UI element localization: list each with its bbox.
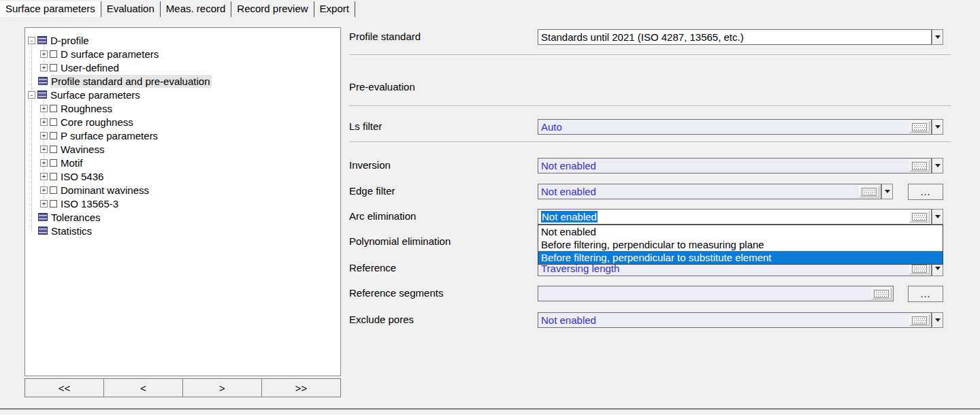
checkbox-unchecked-icon[interactable] <box>50 159 57 167</box>
module-icon <box>38 213 48 221</box>
tab-record-preview[interactable]: Record preview <box>231 1 314 17</box>
dropdown-arrow-button[interactable] <box>932 29 943 45</box>
tab-export[interactable]: Export <box>314 1 355 17</box>
parameter-tree: - D-profile + D surface parameters + Use… <box>24 27 341 376</box>
inversion-value[interactable]: Not enabled <box>538 158 932 173</box>
profile-standard-label: Profile standard <box>349 30 421 44</box>
chevron-down-icon <box>935 215 941 218</box>
edge-filter-combobox[interactable]: Not enabled <box>538 184 893 199</box>
ls-filter-value[interactable]: Auto <box>538 119 932 135</box>
expand-icon[interactable]: + <box>40 64 48 71</box>
chevron-down-icon <box>935 164 941 167</box>
keyboard-input-button[interactable] <box>909 314 930 326</box>
keyboard-icon <box>874 290 889 298</box>
dropdown-option-highlighted[interactable]: Before filtering, perpendicular to subst… <box>538 251 943 264</box>
ls-filter-value-text: Auto <box>541 121 562 133</box>
keyboard-icon <box>912 213 927 221</box>
tree-item-motif[interactable]: + Motif <box>25 156 340 169</box>
keyboard-input-button[interactable] <box>909 211 930 222</box>
expand-icon[interactable]: + <box>40 50 48 58</box>
checkbox-unchecked-icon[interactable] <box>50 118 57 126</box>
dropdown-arrow-button[interactable] <box>932 158 943 173</box>
expand-icon[interactable]: + <box>40 118 48 126</box>
tree-item-core-roughness[interactable]: + Core roughness <box>25 115 340 129</box>
tab-meas-record[interactable]: Meas. record <box>161 1 232 17</box>
dropdown-arrow-button[interactable] <box>932 209 943 225</box>
previous-page-button[interactable]: < <box>103 378 182 397</box>
dropdown-arrow-button[interactable] <box>881 184 893 199</box>
keyboard-input-button[interactable] <box>871 288 892 299</box>
tree-item-label: Waviness <box>60 143 106 156</box>
tab-evaluation[interactable]: Evaluation <box>101 1 161 17</box>
tree-item-p-surface-parameters[interactable]: + P surface parameters <box>25 129 340 142</box>
expand-icon[interactable]: + <box>40 132 48 139</box>
tree-pager: << < > >> <box>24 378 341 397</box>
expand-icon[interactable]: + <box>40 146 48 153</box>
separator <box>349 142 951 143</box>
checkbox-unchecked-icon[interactable] <box>50 200 57 208</box>
tab-surface-parameters[interactable]: Surface parameters <box>0 1 101 17</box>
exclude-pores-combobox[interactable]: Not enabled <box>538 312 943 328</box>
keyboard-input-button[interactable] <box>909 121 930 133</box>
ls-filter-combobox[interactable]: Auto <box>538 119 943 135</box>
tree-item-d-surface-parameters[interactable]: + D surface parameters <box>25 47 340 61</box>
tree-item-dominant-waviness[interactable]: + Dominant waviness <box>25 183 340 197</box>
expand-icon[interactable]: + <box>40 173 48 180</box>
tree-item-d-profile[interactable]: - D-profile <box>25 33 340 47</box>
tree-item-label: P surface parameters <box>60 129 160 142</box>
checkbox-unchecked-icon[interactable] <box>50 105 57 112</box>
chevron-down-icon <box>935 35 941 39</box>
edge-filter-value[interactable]: Not enabled <box>538 184 881 199</box>
profile-standard-value[interactable]: Standards until 2021 (ISO 4287, 13565, e… <box>538 29 932 45</box>
exclude-pores-value[interactable]: Not enabled <box>538 312 932 328</box>
keyboard-input-button[interactable] <box>909 160 930 171</box>
tree-item-label: Tolerances <box>50 211 103 224</box>
next-page-button[interactable]: > <box>182 378 261 397</box>
dropdown-arrow-button[interactable] <box>932 312 943 328</box>
exclude-pores-value-text: Not enabled <box>541 314 596 326</box>
reference-segments-field[interactable] <box>538 286 894 301</box>
arc-elimination-combobox[interactable]: Not enabled <box>538 209 943 225</box>
expand-icon[interactable]: + <box>40 186 48 194</box>
tree-item-roughness[interactable]: + Roughness <box>25 101 340 115</box>
expand-icon[interactable]: + <box>40 105 48 112</box>
checkbox-unchecked-icon[interactable] <box>50 64 57 71</box>
tree-item-label: D surface parameters <box>60 48 161 61</box>
checkbox-unchecked-icon[interactable] <box>50 173 57 180</box>
tree-item-user-defined[interactable]: + User-defined <box>25 61 340 74</box>
checkbox-unchecked-icon[interactable] <box>50 186 57 194</box>
edge-filter-more-button[interactable]: ... <box>908 184 943 200</box>
exclude-pores-label: Exclude pores <box>349 313 414 327</box>
keyboard-icon <box>912 123 927 131</box>
collapse-icon[interactable]: - <box>28 91 35 99</box>
checkbox-unchecked-icon[interactable] <box>50 50 57 58</box>
reference-segments-value[interactable] <box>538 286 894 301</box>
first-page-button[interactable]: << <box>24 378 103 397</box>
keyboard-input-button[interactable] <box>859 186 879 197</box>
tree-item-surface-parameters[interactable]: - Surface parameters <box>25 88 340 101</box>
tree-item-statistics[interactable]: Statistics <box>25 224 340 237</box>
tree-item-iso-13565-3[interactable]: + ISO 13565-3 <box>25 197 340 210</box>
checkbox-unchecked-icon[interactable] <box>50 146 57 153</box>
inversion-combobox[interactable]: Not enabled <box>538 158 943 173</box>
module-icon <box>38 77 48 85</box>
expand-icon[interactable]: + <box>40 200 48 208</box>
arc-elimination-value[interactable]: Not enabled <box>538 209 932 225</box>
tree-item-tolerances[interactable]: Tolerances <box>25 210 340 224</box>
edge-filter-value-text: Not enabled <box>541 186 596 197</box>
reference-segments-more-button[interactable]: ... <box>908 286 943 302</box>
tree-item-profile-standard-and-pre-evaluation[interactable]: Profile standard and pre-evaluation <box>25 74 340 88</box>
profile-standard-combobox[interactable]: Standards until 2021 (ISO 4287, 13565, e… <box>538 29 943 45</box>
tree-item-waviness[interactable]: + Waviness <box>25 142 340 156</box>
dropdown-arrow-button[interactable] <box>932 119 943 135</box>
expand-icon[interactable]: + <box>40 159 48 167</box>
tree-item-label: Surface parameters <box>50 88 142 101</box>
collapse-icon[interactable]: - <box>28 37 35 44</box>
dropdown-option[interactable]: Not enabled <box>538 225 943 238</box>
dropdown-option[interactable]: Before filtering, perpendicular to measu… <box>538 238 943 251</box>
tree-item-label: Core roughness <box>60 116 135 129</box>
last-page-button[interactable]: >> <box>261 378 341 397</box>
keyboard-icon <box>912 162 927 170</box>
checkbox-unchecked-icon[interactable] <box>50 132 57 139</box>
tree-item-iso-5436[interactable]: + ISO 5436 <box>25 169 340 183</box>
